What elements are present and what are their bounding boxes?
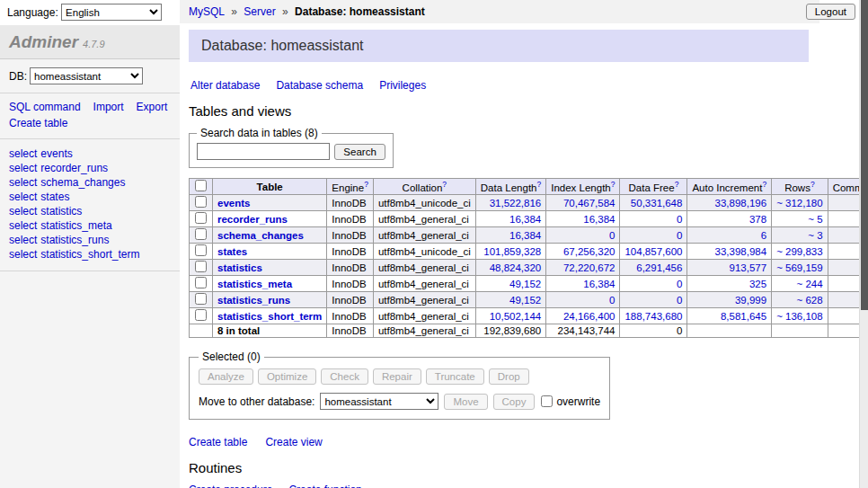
data-length-value-link[interactable]: 101,859,328 — [483, 246, 541, 257]
table-name-link-statistics-meta[interactable]: statistics_meta — [40, 219, 111, 232]
row-checkbox[interactable] — [195, 228, 207, 240]
index-length-value-link[interactable]: 0 — [609, 295, 615, 306]
sidebar-link-import[interactable]: Import — [93, 101, 124, 113]
data-free-value-link[interactable]: 0 — [677, 295, 682, 306]
table-name-link-recorder-runs[interactable]: recorder_runs — [40, 162, 108, 174]
table-link-statistics-meta[interactable]: statistics_meta — [217, 279, 292, 289]
table-link-schema-changes[interactable]: schema_changes — [217, 230, 304, 241]
row-checkbox[interactable] — [195, 244, 207, 256]
rows-value-link[interactable]: ~ 299,833 — [776, 246, 822, 257]
sidebar-link-create-table[interactable]: Create table — [9, 117, 67, 129]
table-select-link[interactable]: select — [9, 205, 37, 217]
data-length-value-link[interactable]: 16,384 — [509, 214, 541, 225]
index-length-value-link[interactable]: 16,384 — [583, 214, 615, 225]
column-hint-link[interactable]: ? — [611, 180, 616, 189]
auto-increment-value-link[interactable]: 33,398,984 — [715, 246, 767, 257]
select-all-checkbox[interactable] — [195, 180, 207, 191]
auto-increment-value-link[interactable]: 39,999 — [735, 295, 766, 306]
column-sort-link[interactable]: Engine — [332, 182, 364, 193]
rows-value-link[interactable]: ~ 5 — [808, 214, 822, 225]
column-sort-link[interactable]: Auto Increment — [692, 182, 762, 193]
privileges-link[interactable]: Privileges — [379, 79, 426, 92]
row-checkbox[interactable] — [195, 309, 207, 321]
auto-increment-value-link[interactable]: 6 — [761, 230, 766, 241]
search-input[interactable] — [197, 143, 330, 160]
column-sort-link[interactable]: Data Free — [629, 182, 675, 193]
move-db-select[interactable]: homeassistant — [320, 393, 438, 410]
auto-increment-value-link[interactable]: 913,577 — [730, 262, 767, 273]
rows-value-link[interactable]: ~ 3 — [808, 230, 822, 241]
data-free-value-link[interactable]: 188,743,680 — [624, 311, 682, 322]
alter-database-link[interactable]: Alter database — [190, 79, 260, 92]
auto-increment-value-link[interactable]: 33,898,196 — [715, 198, 767, 209]
data-length-value-link[interactable]: 49,152 — [509, 295, 541, 306]
db-select[interactable]: homeassistant — [30, 67, 143, 84]
index-length-value-link[interactable]: 24,166,400 — [563, 311, 616, 322]
bulk-drop-button[interactable]: Drop — [489, 368, 529, 385]
table-select-link[interactable]: select — [9, 191, 37, 203]
data-length-value-link[interactable]: 49,152 — [509, 279, 541, 289]
column-sort-link[interactable]: Index Length — [551, 182, 611, 193]
row-checkbox[interactable] — [195, 293, 207, 305]
data-free-value-link[interactable]: 0 — [677, 279, 682, 289]
table-link-states[interactable]: states — [217, 246, 247, 257]
bulk-check-button[interactable]: Check — [321, 368, 368, 385]
rows-value-link[interactable]: ~ 244 — [797, 279, 823, 289]
column-hint-link[interactable]: ? — [536, 180, 541, 189]
table-select-link[interactable]: select — [9, 176, 37, 189]
data-length-value-link[interactable]: 16,384 — [509, 230, 541, 241]
auto-increment-value-link[interactable]: 8,581,645 — [721, 311, 766, 322]
column-sort-link[interactable]: Comment — [833, 182, 859, 193]
column-hint-link[interactable]: ? — [675, 180, 679, 189]
rows-value-link[interactable]: ~ 312,180 — [776, 198, 822, 209]
row-checkbox[interactable] — [195, 261, 207, 272]
create-function-link[interactable]: Create function — [288, 484, 361, 488]
bulk-truncate-button[interactable]: Truncate — [426, 368, 484, 385]
column-hint-link[interactable]: ? — [442, 180, 447, 189]
scrollbar-thumb[interactable] — [861, 0, 868, 310]
rows-value-link[interactable]: ~ 136,108 — [776, 311, 822, 322]
row-checkbox[interactable] — [195, 212, 207, 224]
table-name-link-events[interactable]: events — [40, 147, 72, 160]
sidebar-link-sql-command[interactable]: SQL command — [9, 101, 81, 113]
table-name-link-statistics-runs[interactable]: statistics_runs — [40, 234, 109, 246]
column-hint-link[interactable]: ? — [364, 180, 368, 189]
table-name-link-schema-changes[interactable]: schema_changes — [40, 176, 125, 189]
create-table-link[interactable]: Create table — [189, 436, 247, 448]
table-link-statistics[interactable]: statistics — [217, 262, 262, 273]
data-free-value-link[interactable]: 0 — [677, 214, 682, 225]
logout-button[interactable]: Logout — [806, 4, 855, 20]
breadcrumb-link-server[interactable]: Server — [244, 5, 275, 18]
index-length-value-link[interactable]: 67,256,320 — [563, 246, 616, 257]
column-sort-link[interactable]: Collation — [403, 182, 443, 193]
create-procedure-link[interactable]: Create procedure — [189, 484, 272, 488]
index-length-value-link[interactable]: 70,467,584 — [563, 198, 616, 209]
auto-increment-value-link[interactable]: 378 — [749, 214, 766, 225]
table-link-events[interactable]: events — [217, 198, 250, 209]
sidebar-link-export[interactable]: Export — [137, 101, 168, 113]
table-link-recorder-runs[interactable]: recorder_runs — [217, 214, 288, 225]
column-hint-link[interactable]: ? — [810, 180, 815, 189]
rows-value-link[interactable]: ~ 569,159 — [776, 262, 822, 273]
column-hint-link[interactable]: ? — [762, 180, 766, 189]
data-length-value-link[interactable]: 31,522,816 — [490, 198, 542, 209]
overwrite-checkbox[interactable] — [541, 395, 553, 407]
column-sort-link[interactable]: Table — [257, 182, 283, 192]
breadcrumb-link-mysql[interactable]: MySQL — [189, 5, 225, 18]
scrollbar[interactable] — [859, 0, 868, 488]
row-checkbox[interactable] — [195, 277, 207, 288]
table-link-statistics-runs[interactable]: statistics_runs — [217, 295, 290, 306]
table-select-link[interactable]: select — [9, 248, 37, 261]
bulk-optimize-button[interactable]: Optimize — [258, 368, 316, 385]
table-select-link[interactable]: select — [9, 162, 37, 174]
table-link-statistics-short-term[interactable]: statistics_short_term — [217, 311, 322, 322]
data-free-value-link[interactable]: 104,857,600 — [624, 246, 682, 257]
index-length-value-link[interactable]: 16,384 — [583, 279, 615, 289]
data-length-value-link[interactable]: 48,824,320 — [490, 262, 542, 273]
bulk-repair-button[interactable]: Repair — [373, 368, 421, 385]
table-name-link-states[interactable]: states — [40, 191, 69, 203]
table-select-link[interactable]: select — [9, 234, 37, 246]
database-schema-link[interactable]: Database schema — [276, 79, 363, 92]
data-free-value-link[interactable]: 6,291,456 — [636, 262, 682, 273]
index-length-value-link[interactable]: 0 — [609, 230, 615, 241]
